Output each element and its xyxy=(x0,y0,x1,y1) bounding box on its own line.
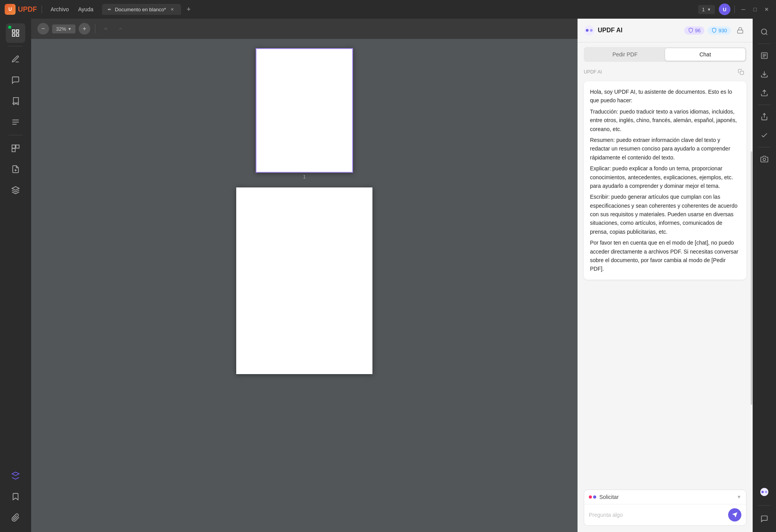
svg-point-14 xyxy=(584,25,594,35)
lock-icon xyxy=(737,27,744,34)
menu-ayuda[interactable]: Ayuda xyxy=(74,5,97,14)
svg-point-28 xyxy=(763,158,766,161)
attachment-icon xyxy=(11,513,20,522)
new-tab-button[interactable]: + xyxy=(183,4,194,15)
titlebar-right: 1 ▼ U ─ □ ✕ xyxy=(698,4,771,15)
sidebar-sep-1 xyxy=(9,46,23,46)
sidebar-item-organize[interactable] xyxy=(6,138,25,158)
copy-message-button[interactable] xyxy=(736,66,746,77)
zoom-chevron-icon: ▼ xyxy=(68,27,72,31)
user-avatar[interactable]: U xyxy=(719,4,730,15)
svg-point-15 xyxy=(586,29,588,32)
dot-purple xyxy=(593,495,596,499)
sidebar-item-bookmarks[interactable] xyxy=(6,91,25,111)
chevron-down-icon: ▼ xyxy=(707,7,711,12)
nav-first-button xyxy=(100,23,112,35)
svg-rect-8 xyxy=(16,145,19,148)
search-tool-button[interactable] xyxy=(756,23,773,40)
send-button[interactable] xyxy=(728,508,741,522)
app-logo: U UPDF xyxy=(5,4,37,15)
check-icon xyxy=(760,131,768,139)
chat-history-icon xyxy=(760,515,768,523)
chat-input-type-selector[interactable]: Solicitar ▼ xyxy=(584,490,746,504)
chat-area[interactable]: UPDF AI Hola, soy UPDF AI, tu asistente … xyxy=(578,66,753,490)
sidebar-item-extract[interactable] xyxy=(6,159,25,179)
close-button[interactable]: ✕ xyxy=(762,5,771,14)
svg-rect-2 xyxy=(12,34,15,36)
chat-scrollbar[interactable] xyxy=(750,66,753,490)
svg-rect-9 xyxy=(12,149,15,152)
page-navigator[interactable]: 1 ▼ xyxy=(698,5,715,14)
credit-badge-1[interactable]: 96 xyxy=(684,26,704,35)
organize-icon xyxy=(11,144,20,152)
ai-header: UPDF AI 96 930 xyxy=(578,19,753,42)
search-icon xyxy=(760,28,768,36)
camera-button[interactable] xyxy=(756,150,773,168)
menu-archivo[interactable]: Archivo xyxy=(47,5,73,14)
left-sidebar xyxy=(0,19,31,532)
sidebar-item-stack[interactable] xyxy=(6,466,25,485)
svg-line-20 xyxy=(766,33,767,35)
minimize-button[interactable]: ─ xyxy=(739,5,748,14)
sidebar-item-thumbnail[interactable] xyxy=(6,23,25,43)
solicitar-chevron-icon[interactable]: ▼ xyxy=(737,494,741,500)
updf-ai-logo xyxy=(584,25,595,36)
zoom-out-button[interactable]: − xyxy=(37,23,49,35)
stack-icon xyxy=(11,471,20,480)
svg-rect-1 xyxy=(16,30,19,32)
export-button[interactable] xyxy=(756,84,773,102)
chat-input-row: Pregunta algo xyxy=(584,504,746,525)
msg-para-6: Por favor ten en cuenta que en el modo d… xyxy=(590,238,740,273)
sidebar-item-layers[interactable] xyxy=(6,180,25,200)
nav-first-icon xyxy=(103,26,109,32)
chat-input-placeholder: Pregunta algo xyxy=(589,512,728,518)
svg-rect-0 xyxy=(12,30,15,32)
svg-marker-13 xyxy=(12,472,19,476)
credit-value-1: 96 xyxy=(695,28,701,33)
tab-chat[interactable]: Chat xyxy=(665,48,745,61)
svg-rect-3 xyxy=(16,34,19,36)
zoom-selector[interactable]: 32% ▼ xyxy=(52,24,75,33)
rtool-sep-2 xyxy=(758,105,771,105)
rtool-sep-3 xyxy=(758,147,771,147)
menu-bar: Archivo Ayuda xyxy=(47,5,97,14)
svg-rect-7 xyxy=(12,145,15,148)
check-button[interactable] xyxy=(756,127,773,144)
share-button[interactable] xyxy=(756,108,773,125)
svg-point-31 xyxy=(765,491,767,493)
chat-message-1: Hola, soy UPDF AI, tu asistente de docum… xyxy=(584,81,746,280)
ai-title: UPDF AI xyxy=(584,25,622,36)
credit-value-2: 930 xyxy=(718,28,727,33)
svg-point-30 xyxy=(762,491,764,493)
tab-close-button[interactable]: ✕ xyxy=(169,6,176,12)
import-icon xyxy=(760,70,768,78)
sidebar-item-edit[interactable] xyxy=(6,112,25,132)
credit-badge-2[interactable]: 930 xyxy=(708,26,731,35)
rtool-sep-4 xyxy=(758,505,771,506)
zoom-in-button[interactable]: + xyxy=(79,23,90,35)
maximize-button[interactable]: □ xyxy=(750,5,760,14)
zoom-value: 32% xyxy=(56,26,66,32)
lock-button[interactable] xyxy=(734,24,746,37)
ocr-button[interactable] xyxy=(756,47,773,64)
import-button[interactable] xyxy=(756,66,773,83)
msg-para-1: Hola, soy UPDF AI, tu asistente de docum… xyxy=(590,88,740,105)
camera-icon xyxy=(760,155,768,163)
pdf-area: − 32% ▼ + 1 xyxy=(31,19,578,532)
ai-assistant-button[interactable] xyxy=(756,483,773,500)
msg-para-4: Explicar: puedo explicar a fondo un tema… xyxy=(590,164,740,190)
tab-ask-pdf[interactable]: Pedir PDF xyxy=(585,48,665,61)
sidebar-item-comments[interactable] xyxy=(6,70,25,90)
sidebar-item-bookmark[interactable] xyxy=(6,487,25,506)
rtool-bottom xyxy=(756,483,773,527)
titlebar-sep-2 xyxy=(734,5,735,13)
send-icon xyxy=(732,512,738,518)
comments-icon xyxy=(11,76,20,84)
ocr-icon xyxy=(760,52,768,60)
sidebar-item-attachment[interactable] xyxy=(6,508,25,527)
chat-history-button[interactable] xyxy=(756,510,773,527)
sidebar-item-markup[interactable] xyxy=(6,49,25,69)
active-indicator xyxy=(8,26,11,29)
tab-document[interactable]: ✒ Documento en blanco* ✕ xyxy=(102,4,181,15)
chat-input-area: Solicitar ▼ Pregunta algo xyxy=(584,490,746,526)
